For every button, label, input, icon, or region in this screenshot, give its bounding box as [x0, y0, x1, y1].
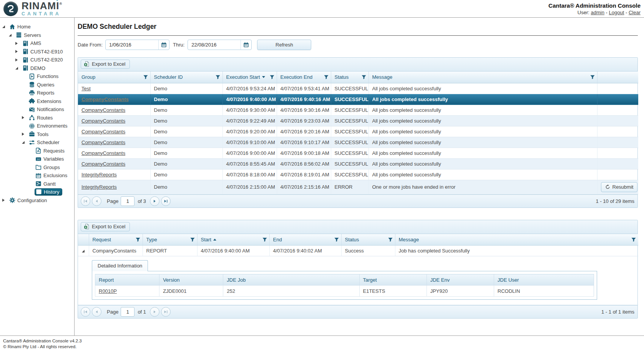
sidebar-item-requests[interactable]: Requests: [0, 147, 74, 155]
filter-icon[interactable]: [262, 237, 267, 242]
group-link[interactable]: CompanyConstants: [81, 139, 125, 145]
group-link[interactable]: CompanyConstants: [81, 107, 125, 113]
ledger-row[interactable]: CompanyConstantsDemo4/07/2016 9:10:00 AM…: [78, 137, 638, 148]
filter-icon[interactable]: [631, 237, 636, 242]
next-button[interactable]: [150, 307, 159, 317]
seek-last-button[interactable]: [161, 307, 171, 317]
export-to-excel-button[interactable]: Export to Excel: [81, 222, 130, 231]
sidebar-item-variables[interactable]: (x)Variables: [0, 155, 74, 163]
group-link[interactable]: IntegrityReports: [81, 184, 117, 190]
collapse-arrow-icon[interactable]: [9, 34, 15, 37]
filter-icon[interactable]: [136, 237, 140, 242]
collapse-arrow-icon[interactable]: [15, 67, 22, 70]
column-header-message[interactable]: Message: [368, 71, 597, 83]
ledger-row[interactable]: CompanyConstantsDemo4/07/2016 8:55:45 AM…: [78, 158, 638, 169]
sidebar-item-cust42-e920[interactable]: CUST42-E920: [0, 56, 74, 64]
sidebar-item-extensions[interactable]: Extensions: [0, 97, 74, 106]
expand-arrow-icon[interactable]: [2, 199, 8, 202]
sidebar-item-history[interactable]: History: [0, 188, 74, 196]
prev-button[interactable]: [92, 196, 101, 206]
filter-icon[interactable]: [190, 237, 195, 242]
sidebar-item-ams[interactable]: AMS: [0, 39, 74, 48]
filter-icon[interactable]: [216, 75, 220, 80]
collapse-arrow-icon[interactable]: [2, 25, 8, 28]
tab-detailed-information[interactable]: Detailed Information: [92, 260, 148, 271]
column-header-start[interactable]: Start: [197, 234, 269, 246]
resubmit-button[interactable]: Resubmit: [601, 182, 638, 192]
date-from-input[interactable]: [106, 40, 158, 50]
sidebar-item-reports[interactable]: Reports: [0, 89, 74, 97]
column-header-message[interactable]: Message: [395, 234, 638, 246]
sidebar-item-gantt[interactable]: Gantt: [0, 180, 74, 188]
ledger-row[interactable]: IntegrityReportsDemo4/07/2016 2:15:00 AM…: [78, 180, 638, 194]
ledger-row[interactable]: CompanyConstantsDemo4/07/2016 9:00:00 AM…: [78, 148, 638, 158]
sidebar-item-home[interactable]: Home: [0, 23, 74, 31]
refresh-button[interactable]: Refresh: [257, 40, 311, 50]
filter-icon[interactable]: [334, 237, 339, 242]
expand-arrow-icon[interactable]: [15, 42, 22, 45]
ledger-row[interactable]: CompanyConstantsDemo4/07/2016 9:30:00 AM…: [78, 105, 638, 115]
thru-input[interactable]: [188, 40, 241, 50]
sidebar-item-groups[interactable]: Groups: [0, 163, 74, 172]
filter-icon[interactable]: [590, 75, 595, 80]
expand-arrow-icon[interactable]: [15, 58, 22, 61]
filter-icon[interactable]: [388, 237, 393, 242]
calendar-icon[interactable]: [241, 40, 251, 50]
group-link[interactable]: CompanyConstants: [81, 129, 125, 134]
report-link[interactable]: R0010P: [99, 288, 117, 294]
filter-icon[interactable]: [324, 75, 329, 80]
column-header-execution-end[interactable]: Execution End: [277, 71, 331, 83]
sidebar-item-environments[interactable]: Environments: [0, 122, 74, 130]
collapse-arrow-icon[interactable]: [22, 141, 28, 144]
column-header-type[interactable]: Type: [143, 234, 197, 246]
sidebar-item-notifications[interactable]: Notifications: [0, 105, 74, 114]
sidebar-item-scheduler[interactable]: Scheduler: [0, 138, 74, 147]
sidebar-item-cust42-e910[interactable]: CUST42-E910: [0, 48, 74, 56]
ledger-row[interactable]: CompanyConstantsDemo4/07/2016 9:20:00 AM…: [78, 126, 638, 137]
ledger-row[interactable]: IntegrityReportsDemo4/07/2016 8:18:00 AM…: [78, 169, 638, 180]
sidebar-item-functions[interactable]: Functions: [0, 72, 74, 81]
group-link[interactable]: CompanyConstants: [81, 161, 125, 167]
group-link[interactable]: CompanyConstants: [81, 118, 125, 124]
column-header-request[interactable]: Request: [89, 234, 143, 246]
column-header-scheduler-id[interactable]: Scheduler ID: [150, 71, 222, 83]
sidebar-item-queries[interactable]: Queries: [0, 81, 74, 89]
user-name-link[interactable]: admin: [591, 10, 604, 15]
group-link[interactable]: IntegrityReports: [81, 172, 117, 178]
seek-first-button[interactable]: [81, 307, 90, 317]
column-header-end[interactable]: End: [269, 234, 341, 246]
sidebar-item-routes[interactable]: Routes: [0, 114, 74, 122]
column-header-group[interactable]: Group: [78, 71, 150, 83]
collapse-row-icon[interactable]: [82, 250, 85, 252]
prev-button[interactable]: [92, 307, 101, 317]
column-header-status[interactable]: Status: [341, 234, 395, 246]
group-link[interactable]: Test: [81, 86, 91, 91]
ledger-row[interactable]: TestDemo4/07/2016 9:53:24 AM4/07/2016 9:…: [78, 83, 638, 94]
ledger-row[interactable]: CompanyConstantsDemo4/07/2016 9:22:49 AM…: [78, 115, 638, 126]
page-number-input[interactable]: [121, 196, 134, 206]
group-link[interactable]: CompanyConstants: [81, 96, 129, 102]
expand-arrow-icon[interactable]: [22, 133, 28, 136]
filter-icon[interactable]: [362, 75, 366, 80]
next-button[interactable]: [150, 196, 159, 206]
seek-last-button[interactable]: [161, 196, 171, 206]
expand-arrow-icon[interactable]: [15, 50, 22, 53]
sidebar-item-servers[interactable]: Servers: [0, 31, 74, 40]
clear-link[interactable]: Clear: [629, 10, 641, 15]
column-header-execution-start[interactable]: Execution Start: [222, 71, 277, 83]
column-header-status[interactable]: Status: [331, 71, 368, 83]
export-to-excel-button[interactable]: Export to Excel: [81, 60, 130, 69]
seek-first-button[interactable]: [81, 196, 90, 206]
expand-arrow-icon[interactable]: [22, 116, 28, 119]
logout-link[interactable]: Logout: [609, 10, 624, 15]
ledger-row[interactable]: CompanyConstantsDemo4/07/2016 9:40:00 AM…: [78, 94, 638, 105]
sidebar-item-tools[interactable]: Tools: [0, 130, 74, 139]
request-row[interactable]: CompanyConstantsREPORT4/07/2016 9:40:00 …: [78, 246, 638, 256]
detail-row[interactable]: R0010PZJDE0001252E1TESTSJPY920RCODLIN: [95, 286, 594, 297]
filter-icon[interactable]: [270, 75, 274, 80]
sidebar-item-configuration[interactable]: Configuration: [0, 196, 74, 205]
filter-icon[interactable]: [143, 75, 148, 80]
cell-expand[interactable]: [78, 246, 89, 256]
sidebar-item-demo[interactable]: DEMO: [0, 64, 74, 73]
page-number-input[interactable]: [121, 307, 134, 317]
